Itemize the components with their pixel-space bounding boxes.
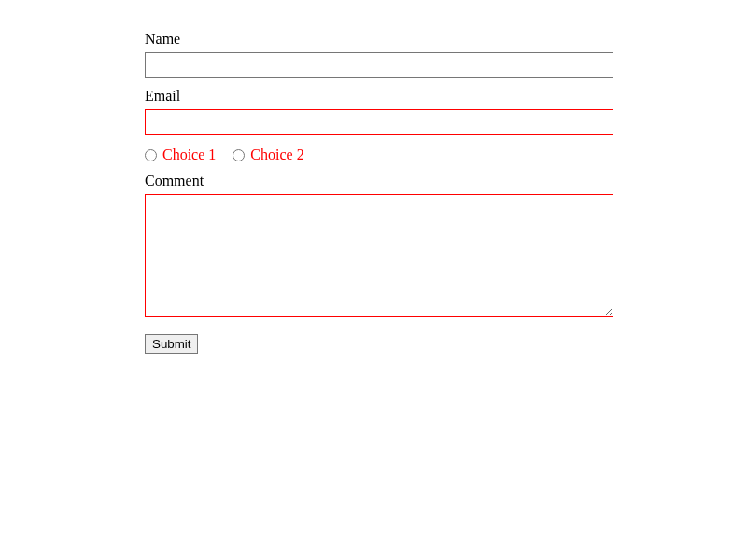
choice-2-radio[interactable]: [233, 149, 245, 161]
choice-1-radio[interactable]: [145, 149, 157, 161]
choice-2-label: Choice 2: [250, 147, 303, 163]
choice-2-item[interactable]: Choice 2: [233, 147, 303, 163]
choice-1-item[interactable]: Choice 1: [145, 147, 216, 163]
choice-radio-group: Choice 1 Choice 2: [145, 145, 613, 163]
form-actions: Submit: [145, 334, 613, 354]
comment-textarea[interactable]: [145, 194, 613, 317]
comment-field: Comment: [145, 173, 613, 321]
email-label: Email: [145, 88, 613, 105]
name-input[interactable]: [145, 52, 613, 78]
name-label: Name: [145, 31, 613, 48]
email-field: Email: [145, 88, 613, 135]
form: Name Email Choice 1 Choice 2 Comment Sub…: [145, 31, 613, 354]
comment-label: Comment: [145, 173, 613, 189]
email-input[interactable]: [145, 109, 613, 135]
choice-1-label: Choice 1: [162, 147, 216, 163]
name-field: Name: [145, 31, 613, 78]
submit-button[interactable]: Submit: [145, 334, 198, 354]
